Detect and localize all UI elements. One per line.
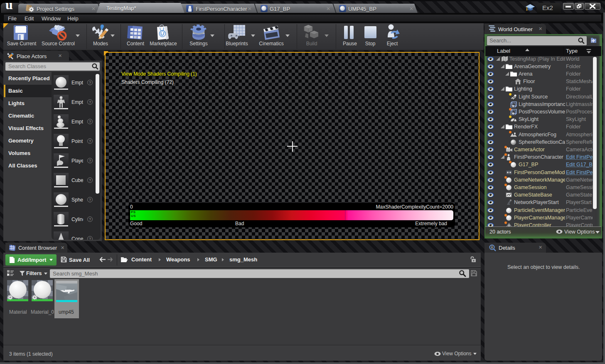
svg-text:i: i <box>492 245 492 249</box>
